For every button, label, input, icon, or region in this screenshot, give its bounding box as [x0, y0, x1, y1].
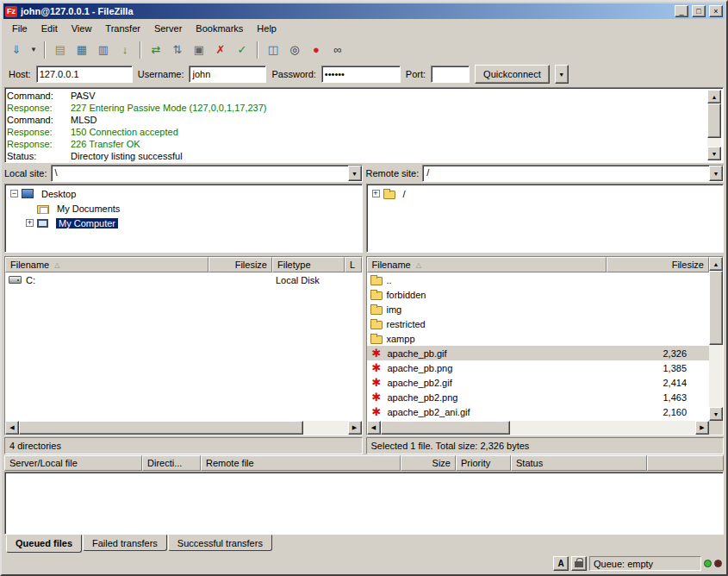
remote-tree-icon: ▥ [98, 44, 109, 55]
column-header-priority[interactable]: Priority [456, 455, 511, 471]
scroll-track [709, 345, 723, 407]
log-line: Response: 150 Connection accepted [7, 126, 707, 138]
file-name: C: [26, 275, 35, 285]
tab-failed-transfers[interactable]: Failed transfers [83, 535, 167, 551]
file-size: 2,326 [607, 348, 710, 359]
tree-item-desktop[interactable]: − Desktop [5, 186, 362, 201]
check-button[interactable]: ✓ [232, 41, 252, 59]
speed-limit-button[interactable]: ● [306, 41, 327, 59]
quickconnect-button[interactable]: Quickconnect [475, 65, 550, 84]
minimize-button[interactable]: _ [675, 5, 688, 17]
column-header-filetype[interactable]: Filetype [272, 257, 345, 272]
close-button[interactable]: × [709, 5, 723, 17]
site-manager-dropdown-button[interactable]: ▼ [28, 41, 40, 59]
menubar: File Edit View Transfer Server Bookmarks… [3, 19, 725, 38]
column-header-filesize[interactable]: Filesize [607, 257, 710, 272]
host-input[interactable] [36, 66, 133, 83]
abort-button[interactable]: ✗ [210, 41, 231, 59]
file-row[interactable]: ✱apache_pb2_ani.gif 2,160 [367, 404, 710, 419]
log-scrollbar[interactable]: ▲ ▼ [707, 90, 721, 160]
menu-file[interactable]: File [5, 21, 34, 36]
scroll-down-icon[interactable]: ▼ [709, 407, 723, 421]
remote-site-combo[interactable]: / ▼ [422, 165, 724, 182]
file-row[interactable]: ✱apache_pb.png 1,385 [367, 360, 710, 375]
tree-item-my-documents[interactable]: My Documents [5, 201, 362, 216]
chevron-down-icon[interactable]: ▼ [348, 166, 362, 181]
file-row-c-drive[interactable]: C: Local Disk [5, 272, 362, 287]
menu-transfer[interactable]: Transfer [98, 21, 147, 36]
refresh-button[interactable]: ⇄ [146, 41, 166, 59]
menu-edit[interactable]: Edit [34, 21, 65, 36]
scroll-thumb[interactable] [709, 271, 723, 345]
scroll-right-icon[interactable]: ▶ [695, 421, 709, 435]
scroll-thumb[interactable] [19, 421, 303, 435]
toggle-local-tree-button[interactable]: ▦ [72, 41, 92, 59]
expand-icon[interactable]: + [372, 190, 380, 197]
scroll-up-icon[interactable]: ▲ [709, 257, 723, 271]
remote-site-label: Remote site: [366, 168, 420, 178]
password-input[interactable] [321, 66, 401, 83]
folder-icon [370, 335, 383, 344]
remote-vertical-scrollbar[interactable]: ▲ ▼ [709, 257, 723, 435]
compare-button[interactable]: ◫ [263, 41, 283, 59]
column-header-filename[interactable]: Filename △ [367, 257, 607, 272]
file-row-selected[interactable]: ✱apache_pb.gif 2,326 [367, 346, 710, 360]
menu-server[interactable]: Server [147, 21, 189, 36]
process-queue-button[interactable]: ⇅ [167, 41, 188, 59]
tree-item-label: My Documents [57, 203, 120, 214]
snapshot-button[interactable]: ▣ [189, 41, 209, 59]
queue-list [4, 472, 724, 535]
toolbar-separator [44, 41, 46, 59]
collapse-icon[interactable]: − [10, 190, 18, 197]
scroll-thumb[interactable] [381, 421, 510, 435]
port-input[interactable] [431, 66, 470, 83]
column-header-lastmodified[interactable]: L [345, 257, 362, 272]
tree-item-my-computer[interactable]: + My Computer [5, 216, 362, 230]
menu-bookmarks[interactable]: Bookmarks [189, 21, 250, 36]
scroll-thumb[interactable] [707, 103, 721, 138]
chevron-down-icon[interactable]: ▼ [709, 166, 723, 181]
file-row[interactable]: forbidden [367, 287, 710, 302]
tab-queued-files[interactable]: Queued files [6, 535, 82, 553]
toggle-log-button[interactable]: ▤ [50, 41, 71, 59]
file-row[interactable]: .. [367, 272, 710, 287]
remote-horizontal-scrollbar[interactable]: ◀ ▶ [367, 421, 710, 435]
column-header-size[interactable]: Size [401, 455, 456, 471]
file-row[interactable]: restricted [367, 316, 710, 331]
column-header-status[interactable]: Status [511, 455, 647, 471]
file-type: Local Disk [272, 275, 345, 285]
titlebar[interactable]: Fz john@127.0.0.1 - FileZilla _ □ × [3, 3, 725, 19]
scroll-right-icon[interactable]: ▶ [348, 421, 362, 435]
column-header-filesize[interactable]: Filesize [208, 257, 272, 272]
file-row[interactable]: img [367, 302, 710, 316]
tree-item-root[interactable]: + / [367, 186, 724, 201]
quickconnect-bar: Host: Username: Password: Port: Quickcon… [3, 61, 725, 87]
scroll-left-icon[interactable]: ◀ [5, 421, 19, 435]
quickconnect-dropdown-button[interactable]: ▼ [555, 65, 569, 84]
expand-icon[interactable]: + [26, 219, 34, 227]
local-horizontal-scrollbar[interactable]: ◀ ▶ [5, 421, 362, 435]
column-header-remote-file[interactable]: Remote file [201, 455, 401, 471]
tab-successful-transfers[interactable]: Successful transfers [168, 535, 272, 551]
menu-help[interactable]: Help [250, 21, 283, 36]
transfer-type-indicator[interactable]: A [553, 556, 569, 571]
column-header-filename[interactable]: Filename △ [5, 257, 208, 272]
file-row[interactable]: xampp [367, 331, 710, 346]
file-name: apache_pb2.png [388, 392, 458, 403]
file-row[interactable]: ✱apache_pb2.png 1,463 [367, 390, 710, 404]
site-manager-button[interactable]: ⇓ [6, 41, 27, 59]
find-button[interactable]: ∞ [327, 41, 348, 59]
toggle-queue-button[interactable]: ↓ [115, 41, 135, 59]
scroll-up-icon[interactable]: ▲ [707, 90, 721, 103]
file-row[interactable]: ✱apache_pb2.gif 2,414 [367, 375, 710, 390]
scroll-left-icon[interactable]: ◀ [367, 421, 381, 435]
search-button[interactable]: ◎ [284, 41, 305, 59]
toggle-remote-tree-button[interactable]: ▥ [93, 41, 114, 59]
menu-view[interactable]: View [65, 21, 99, 36]
local-site-combo[interactable]: \ ▼ [51, 165, 363, 182]
maximize-button[interactable]: □ [692, 5, 706, 17]
column-header-direction[interactable]: Directi... [142, 455, 201, 471]
column-header-server-local-file[interactable]: Server/Local file [4, 455, 142, 471]
username-input[interactable] [189, 66, 266, 83]
scroll-down-icon[interactable]: ▼ [707, 147, 721, 160]
